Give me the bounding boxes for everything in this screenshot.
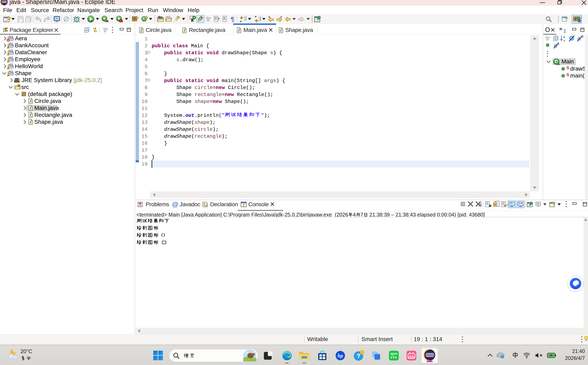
svg-text:iQIYI: iQIYI: [390, 352, 397, 356]
svg-text:?: ?: [356, 352, 360, 360]
svg-text:hp: hp: [338, 353, 343, 358]
svg-text:J: J: [243, 203, 244, 207]
svg-text:{..}: {..}: [203, 203, 208, 206]
svg-text:i: i: [502, 355, 503, 358]
svg-text:J: J: [580, 16, 581, 20]
svg-text:bilibili: bilibili: [409, 356, 414, 358]
svg-text:z: z: [564, 38, 565, 42]
